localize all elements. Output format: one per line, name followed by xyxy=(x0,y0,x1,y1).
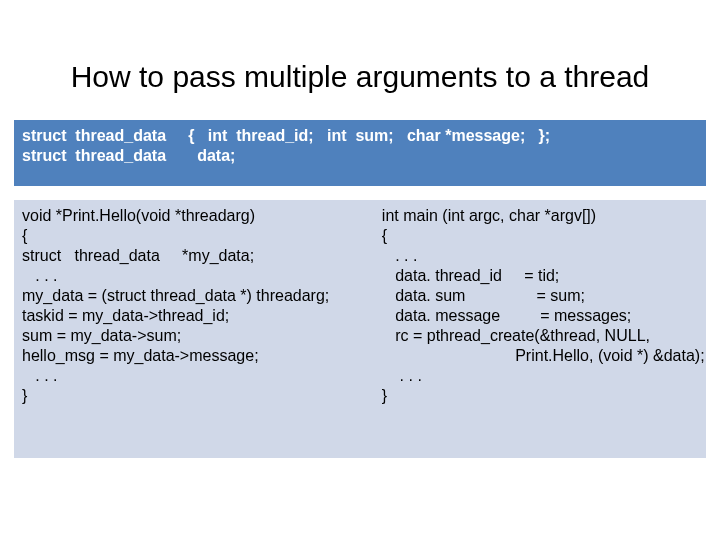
struct-def-block: struct thread_data { int thread_id; int … xyxy=(14,120,706,186)
code-left: void *Print.Hello(void *threadarg) { str… xyxy=(14,200,374,458)
slide: How to pass multiple arguments to a thre… xyxy=(0,0,720,540)
code-block: void *Print.Hello(void *threadarg) { str… xyxy=(14,198,706,458)
code-right: int main (int argc, char *argv[]) { . . … xyxy=(374,200,706,458)
slide-title: How to pass multiple arguments to a thre… xyxy=(0,60,720,94)
